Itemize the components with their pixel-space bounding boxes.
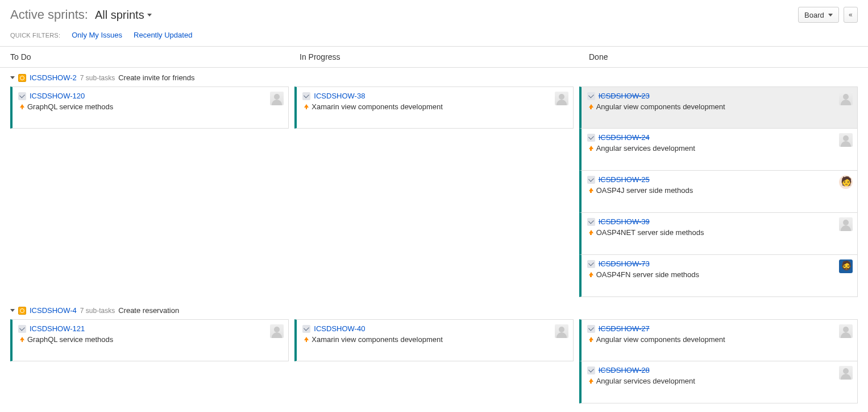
assignee-avatar[interactable] [839,133,853,147]
subtask-icon [302,92,310,100]
card-top: ICSDSHOW-40 [302,324,567,333]
board-column[interactable]: ICSDSHOW-23Angular view components devel… [579,86,858,297]
filter-only-my-issues[interactable]: Only My Issues [72,31,122,39]
priority-icon [302,337,308,343]
issue-key[interactable]: ICSDSHOW-73 [599,259,650,268]
chevron-down-icon[interactable] [10,76,15,79]
card-bottom: Xamarin view components development [302,335,567,344]
priority-icon [587,188,593,193]
double-chevron-icon: « [849,11,853,19]
issue-summary: Angular view components development [596,335,725,344]
issue-summary: Angular view components development [596,102,725,111]
collapse-button[interactable]: « [844,7,858,23]
card-bottom: Angular view components development [587,102,852,111]
issue-summary: GraphQL service methods [27,102,113,111]
board-column[interactable]: ICSDSHOW-120GraphQL service methods [10,86,289,297]
priority-icon [587,272,593,278]
swimlane-header[interactable]: ICSDSHOW-27 sub-tasksCreate invite for f… [0,68,868,86]
card-top: ICSDSHOW-120 [18,92,283,100]
issue-card[interactable]: ICSDSHOW-28Angular services development [579,361,858,403]
sprint-dropdown[interactable]: All sprints [95,9,152,22]
priority-icon [18,104,24,110]
subtask-icon [587,366,595,374]
board-menu-button[interactable]: Board [798,7,839,23]
column-header-todo: To Do [0,52,289,61]
swimlane-header[interactable]: ICSDSHOW-47 sub-tasksCreate reservation [0,300,868,319]
assignee-avatar[interactable] [555,92,568,105]
issue-key[interactable]: ICSDSHOW-40 [314,324,365,333]
issue-key[interactable]: ICSDSHOW-28 [599,366,650,374]
story-icon [18,74,26,82]
assignee-avatar[interactable] [839,217,853,231]
subtask-icon [587,92,595,100]
issue-key[interactable]: ICSDSHOW-23 [599,92,650,100]
quick-filters: QUICK FILTERS: Only My Issues Recently U… [0,28,868,46]
board-row: ICSDSHOW-120GraphQL service methodsICSDS… [0,86,868,300]
caret-down-icon [828,14,833,17]
assignee-avatar[interactable] [839,175,853,189]
board-column[interactable]: ICSDSHOW-27Angular view components devel… [579,319,858,403]
issue-card[interactable]: ICSDSHOW-39OASP4NET server side methods [579,213,858,255]
issue-card[interactable]: ICSDSHOW-24Angular services development [579,129,858,171]
caret-down-icon [147,14,152,17]
column-header-done: Done [579,52,868,61]
priority-icon [302,104,308,110]
card-bottom: OASP4J server side methods [587,186,852,195]
priority-icon [18,337,24,343]
assignee-avatar[interactable] [270,92,284,105]
subtask-icon [587,260,595,268]
board-column[interactable]: ICSDSHOW-121GraphQL service methods [10,319,289,403]
issue-card[interactable]: ICSDSHOW-23Angular view components devel… [579,86,858,129]
issue-key[interactable]: ICSDSHOW-38 [314,92,365,100]
sprint-dropdown-label: All sprints [95,9,144,22]
assignee-avatar[interactable] [839,92,853,105]
board-header: Active sprints: All sprints Board « [0,0,868,28]
subtask-icon [302,325,310,333]
issue-key[interactable]: ICSDSHOW-24 [599,133,650,142]
issue-card[interactable]: ICSDSHOW-120GraphQL service methods [10,86,289,129]
quick-filters-label: QUICK FILTERS: [10,32,60,39]
board-row: ICSDSHOW-121GraphQL service methodsICSDS… [0,319,868,407]
issue-card[interactable]: ICSDSHOW-38Xamarin view components devel… [294,86,573,129]
chevron-down-icon[interactable] [10,309,15,312]
issue-key[interactable]: ICSDSHOW-120 [30,92,85,100]
board-column[interactable]: ICSDSHOW-38Xamarin view components devel… [294,86,573,297]
priority-icon [587,378,593,384]
page-title: Active sprints: [10,7,88,22]
card-bottom: Angular view components development [587,335,852,344]
issue-card[interactable]: ICSDSHOW-40Xamarin view components devel… [294,319,573,361]
issue-card[interactable]: ICSDSHOW-121GraphQL service methods [10,319,289,361]
column-header-inprogress: In Progress [289,52,579,61]
subtask-icon [587,218,595,226]
issue-key[interactable]: ICSDSHOW-25 [599,175,650,184]
swimlane-key[interactable]: ICSDSHOW-2 [30,73,77,82]
subtask-icon [587,176,595,184]
assignee-avatar[interactable] [839,259,853,273]
card-bottom: GraphQL service methods [18,335,283,344]
board-column[interactable]: ICSDSHOW-40Xamarin view components devel… [294,319,573,403]
issue-key[interactable]: ICSDSHOW-27 [599,324,650,333]
issue-summary: OASP4NET server side methods [596,228,704,237]
issue-card[interactable]: ICSDSHOW-25OASP4J server side methods [579,171,858,213]
assignee-avatar[interactable] [839,324,853,338]
issue-key[interactable]: ICSDSHOW-39 [599,217,650,226]
issue-summary: OASP4FN server side methods [596,270,699,279]
priority-icon [587,104,593,110]
issue-card[interactable]: ICSDSHOW-73OASP4FN server side methods [579,255,858,297]
issue-key[interactable]: ICSDSHOW-121 [30,324,85,333]
card-bottom: Angular services development [587,144,852,153]
swimlane-subtasks-count: 7 sub-tasks [80,307,115,315]
swimlane-subtasks-count: 7 sub-tasks [80,74,115,82]
subtask-icon [587,325,595,333]
issue-card[interactable]: ICSDSHOW-27Angular view components devel… [579,319,858,361]
filter-recently-updated[interactable]: Recently Updated [134,31,192,39]
card-top: ICSDSHOW-27 [587,324,852,333]
issue-summary: Angular services development [596,144,695,153]
card-bottom: GraphQL service methods [18,102,283,111]
assignee-avatar[interactable] [555,324,568,338]
subtask-icon [18,325,26,333]
assignee-avatar[interactable] [839,366,853,380]
priority-icon [587,337,593,343]
assignee-avatar[interactable] [270,324,284,338]
swimlane-key[interactable]: ICSDSHOW-4 [30,306,77,315]
